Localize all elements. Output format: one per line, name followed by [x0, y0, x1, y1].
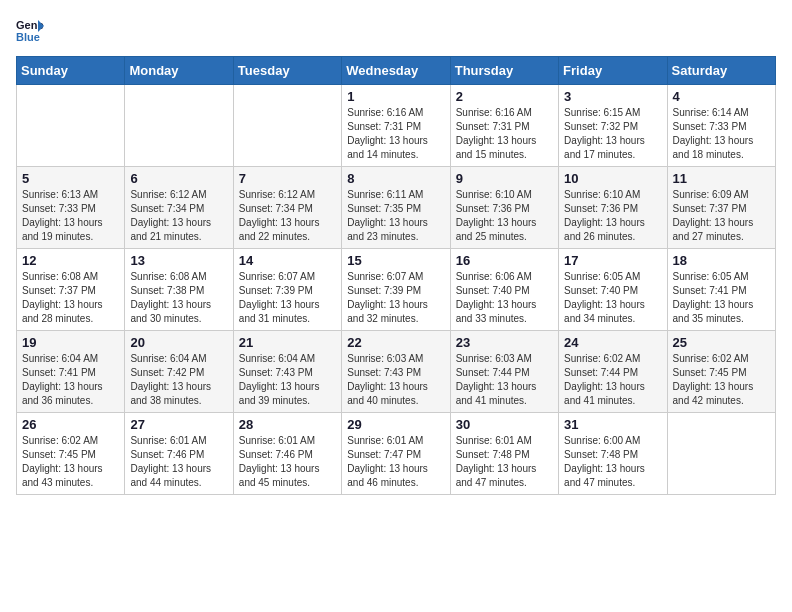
day-number: 18: [673, 253, 770, 268]
day-number: 19: [22, 335, 119, 350]
weekday-header-tuesday: Tuesday: [233, 57, 341, 85]
day-info: Sunrise: 6:08 AM Sunset: 7:37 PM Dayligh…: [22, 270, 119, 326]
weekday-header-monday: Monday: [125, 57, 233, 85]
day-number: 13: [130, 253, 227, 268]
day-number: 8: [347, 171, 444, 186]
calendar-table: SundayMondayTuesdayWednesdayThursdayFrid…: [16, 56, 776, 495]
day-info: Sunrise: 6:16 AM Sunset: 7:31 PM Dayligh…: [456, 106, 553, 162]
page-header: General Blue: [16, 16, 776, 44]
day-number: 24: [564, 335, 661, 350]
day-number: 10: [564, 171, 661, 186]
calendar-cell: [17, 85, 125, 167]
day-info: Sunrise: 6:02 AM Sunset: 7:44 PM Dayligh…: [564, 352, 661, 408]
logo: General Blue: [16, 16, 48, 44]
day-number: 20: [130, 335, 227, 350]
day-info: Sunrise: 6:01 AM Sunset: 7:48 PM Dayligh…: [456, 434, 553, 490]
calendar-cell: 22Sunrise: 6:03 AM Sunset: 7:43 PM Dayli…: [342, 331, 450, 413]
calendar-cell: 17Sunrise: 6:05 AM Sunset: 7:40 PM Dayli…: [559, 249, 667, 331]
day-info: Sunrise: 6:10 AM Sunset: 7:36 PM Dayligh…: [564, 188, 661, 244]
calendar-cell: 26Sunrise: 6:02 AM Sunset: 7:45 PM Dayli…: [17, 413, 125, 495]
calendar-week-2: 5Sunrise: 6:13 AM Sunset: 7:33 PM Daylig…: [17, 167, 776, 249]
calendar-cell: 25Sunrise: 6:02 AM Sunset: 7:45 PM Dayli…: [667, 331, 775, 413]
day-info: Sunrise: 6:06 AM Sunset: 7:40 PM Dayligh…: [456, 270, 553, 326]
calendar-cell: 7Sunrise: 6:12 AM Sunset: 7:34 PM Daylig…: [233, 167, 341, 249]
day-number: 1: [347, 89, 444, 104]
day-info: Sunrise: 6:01 AM Sunset: 7:47 PM Dayligh…: [347, 434, 444, 490]
day-number: 23: [456, 335, 553, 350]
day-number: 15: [347, 253, 444, 268]
calendar-cell: 8Sunrise: 6:11 AM Sunset: 7:35 PM Daylig…: [342, 167, 450, 249]
calendar-cell: 16Sunrise: 6:06 AM Sunset: 7:40 PM Dayli…: [450, 249, 558, 331]
day-info: Sunrise: 6:03 AM Sunset: 7:44 PM Dayligh…: [456, 352, 553, 408]
calendar-cell: 18Sunrise: 6:05 AM Sunset: 7:41 PM Dayli…: [667, 249, 775, 331]
day-info: Sunrise: 6:07 AM Sunset: 7:39 PM Dayligh…: [347, 270, 444, 326]
calendar-cell: [125, 85, 233, 167]
calendar-cell: 24Sunrise: 6:02 AM Sunset: 7:44 PM Dayli…: [559, 331, 667, 413]
day-info: Sunrise: 6:16 AM Sunset: 7:31 PM Dayligh…: [347, 106, 444, 162]
day-info: Sunrise: 6:01 AM Sunset: 7:46 PM Dayligh…: [130, 434, 227, 490]
day-info: Sunrise: 6:00 AM Sunset: 7:48 PM Dayligh…: [564, 434, 661, 490]
day-info: Sunrise: 6:15 AM Sunset: 7:32 PM Dayligh…: [564, 106, 661, 162]
day-number: 22: [347, 335, 444, 350]
calendar-cell: 3Sunrise: 6:15 AM Sunset: 7:32 PM Daylig…: [559, 85, 667, 167]
calendar-cell: [667, 413, 775, 495]
calendar-cell: 1Sunrise: 6:16 AM Sunset: 7:31 PM Daylig…: [342, 85, 450, 167]
calendar-week-5: 26Sunrise: 6:02 AM Sunset: 7:45 PM Dayli…: [17, 413, 776, 495]
day-number: 17: [564, 253, 661, 268]
calendar-cell: 15Sunrise: 6:07 AM Sunset: 7:39 PM Dayli…: [342, 249, 450, 331]
weekday-header-sunday: Sunday: [17, 57, 125, 85]
day-number: 2: [456, 89, 553, 104]
calendar-week-3: 12Sunrise: 6:08 AM Sunset: 7:37 PM Dayli…: [17, 249, 776, 331]
day-number: 4: [673, 89, 770, 104]
calendar-cell: [233, 85, 341, 167]
day-info: Sunrise: 6:13 AM Sunset: 7:33 PM Dayligh…: [22, 188, 119, 244]
day-number: 30: [456, 417, 553, 432]
day-info: Sunrise: 6:12 AM Sunset: 7:34 PM Dayligh…: [130, 188, 227, 244]
day-info: Sunrise: 6:10 AM Sunset: 7:36 PM Dayligh…: [456, 188, 553, 244]
day-number: 7: [239, 171, 336, 186]
day-number: 12: [22, 253, 119, 268]
day-info: Sunrise: 6:09 AM Sunset: 7:37 PM Dayligh…: [673, 188, 770, 244]
weekday-header-wednesday: Wednesday: [342, 57, 450, 85]
day-info: Sunrise: 6:04 AM Sunset: 7:41 PM Dayligh…: [22, 352, 119, 408]
day-number: 3: [564, 89, 661, 104]
calendar-cell: 21Sunrise: 6:04 AM Sunset: 7:43 PM Dayli…: [233, 331, 341, 413]
calendar-cell: 5Sunrise: 6:13 AM Sunset: 7:33 PM Daylig…: [17, 167, 125, 249]
weekday-header-friday: Friday: [559, 57, 667, 85]
day-number: 29: [347, 417, 444, 432]
day-number: 28: [239, 417, 336, 432]
day-info: Sunrise: 6:14 AM Sunset: 7:33 PM Dayligh…: [673, 106, 770, 162]
calendar-cell: 4Sunrise: 6:14 AM Sunset: 7:33 PM Daylig…: [667, 85, 775, 167]
day-info: Sunrise: 6:01 AM Sunset: 7:46 PM Dayligh…: [239, 434, 336, 490]
calendar-cell: 12Sunrise: 6:08 AM Sunset: 7:37 PM Dayli…: [17, 249, 125, 331]
calendar-cell: 20Sunrise: 6:04 AM Sunset: 7:42 PM Dayli…: [125, 331, 233, 413]
day-number: 9: [456, 171, 553, 186]
day-info: Sunrise: 6:02 AM Sunset: 7:45 PM Dayligh…: [673, 352, 770, 408]
weekday-header-row: SundayMondayTuesdayWednesdayThursdayFrid…: [17, 57, 776, 85]
day-info: Sunrise: 6:05 AM Sunset: 7:40 PM Dayligh…: [564, 270, 661, 326]
calendar-week-4: 19Sunrise: 6:04 AM Sunset: 7:41 PM Dayli…: [17, 331, 776, 413]
logo-icon: General Blue: [16, 16, 44, 44]
calendar-cell: 2Sunrise: 6:16 AM Sunset: 7:31 PM Daylig…: [450, 85, 558, 167]
day-info: Sunrise: 6:02 AM Sunset: 7:45 PM Dayligh…: [22, 434, 119, 490]
day-number: 16: [456, 253, 553, 268]
calendar-cell: 10Sunrise: 6:10 AM Sunset: 7:36 PM Dayli…: [559, 167, 667, 249]
calendar-cell: 23Sunrise: 6:03 AM Sunset: 7:44 PM Dayli…: [450, 331, 558, 413]
day-info: Sunrise: 6:04 AM Sunset: 7:42 PM Dayligh…: [130, 352, 227, 408]
day-number: 5: [22, 171, 119, 186]
calendar-week-1: 1Sunrise: 6:16 AM Sunset: 7:31 PM Daylig…: [17, 85, 776, 167]
day-info: Sunrise: 6:11 AM Sunset: 7:35 PM Dayligh…: [347, 188, 444, 244]
day-info: Sunrise: 6:04 AM Sunset: 7:43 PM Dayligh…: [239, 352, 336, 408]
day-info: Sunrise: 6:12 AM Sunset: 7:34 PM Dayligh…: [239, 188, 336, 244]
calendar-cell: 27Sunrise: 6:01 AM Sunset: 7:46 PM Dayli…: [125, 413, 233, 495]
calendar-cell: 28Sunrise: 6:01 AM Sunset: 7:46 PM Dayli…: [233, 413, 341, 495]
calendar-cell: 14Sunrise: 6:07 AM Sunset: 7:39 PM Dayli…: [233, 249, 341, 331]
weekday-header-saturday: Saturday: [667, 57, 775, 85]
day-number: 21: [239, 335, 336, 350]
day-number: 26: [22, 417, 119, 432]
calendar-cell: 9Sunrise: 6:10 AM Sunset: 7:36 PM Daylig…: [450, 167, 558, 249]
calendar-cell: 31Sunrise: 6:00 AM Sunset: 7:48 PM Dayli…: [559, 413, 667, 495]
day-number: 6: [130, 171, 227, 186]
calendar-cell: 6Sunrise: 6:12 AM Sunset: 7:34 PM Daylig…: [125, 167, 233, 249]
day-number: 31: [564, 417, 661, 432]
